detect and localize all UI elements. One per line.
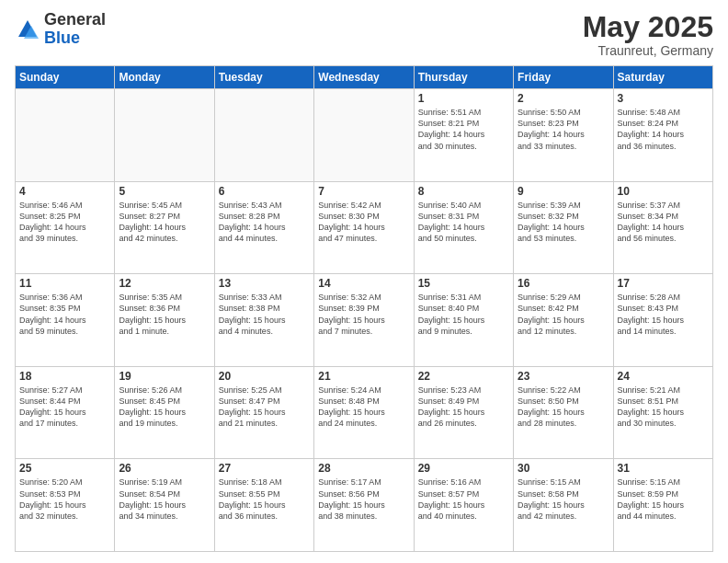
day-number: 16 <box>518 277 609 290</box>
day-info: Sunrise: 5:48 AM Sunset: 8:24 PM Dayligh… <box>618 107 709 152</box>
day-number: 20 <box>219 370 310 383</box>
day-number: 6 <box>219 185 310 198</box>
day-info: Sunrise: 5:16 AM Sunset: 8:57 PM Dayligh… <box>418 477 509 522</box>
day-info: Sunrise: 5:22 AM Sunset: 8:50 PM Dayligh… <box>518 385 609 430</box>
day-number: 23 <box>518 370 609 383</box>
calendar-cell: 17Sunrise: 5:28 AM Sunset: 8:43 PM Dayli… <box>613 274 712 367</box>
day-number: 1 <box>418 92 509 105</box>
calendar-header-wednesday: Wednesday <box>314 66 414 89</box>
calendar-cell: 18Sunrise: 5:27 AM Sunset: 8:44 PM Dayli… <box>16 366 115 459</box>
day-info: Sunrise: 5:15 AM Sunset: 8:58 PM Dayligh… <box>518 477 609 522</box>
day-number: 13 <box>219 277 310 290</box>
day-number: 31 <box>618 462 709 475</box>
day-info: Sunrise: 5:17 AM Sunset: 8:56 PM Dayligh… <box>318 477 409 522</box>
calendar-cell: 12Sunrise: 5:35 AM Sunset: 8:36 PM Dayli… <box>115 274 214 367</box>
page: General Blue May 2025 Traunreut, Germany… <box>0 0 728 563</box>
day-number: 5 <box>119 185 210 198</box>
day-info: Sunrise: 5:20 AM Sunset: 8:53 PM Dayligh… <box>19 477 110 522</box>
calendar-cell: 5Sunrise: 5:45 AM Sunset: 8:27 PM Daylig… <box>115 181 214 274</box>
day-number: 9 <box>518 185 609 198</box>
day-info: Sunrise: 5:26 AM Sunset: 8:45 PM Dayligh… <box>119 385 210 430</box>
day-number: 28 <box>318 462 409 475</box>
day-number: 29 <box>418 462 509 475</box>
day-info: Sunrise: 5:50 AM Sunset: 8:23 PM Dayligh… <box>518 107 609 152</box>
calendar-header-sunday: Sunday <box>16 66 115 89</box>
month-title: May 2025 <box>583 11 713 43</box>
day-info: Sunrise: 5:46 AM Sunset: 8:25 PM Dayligh… <box>19 200 110 245</box>
day-info: Sunrise: 5:33 AM Sunset: 8:38 PM Dayligh… <box>219 292 310 337</box>
day-info: Sunrise: 5:36 AM Sunset: 8:35 PM Dayligh… <box>19 292 110 337</box>
calendar-cell: 2Sunrise: 5:50 AM Sunset: 8:23 PM Daylig… <box>514 89 613 182</box>
calendar-cell <box>314 89 414 182</box>
logo-general: General <box>44 11 106 29</box>
day-info: Sunrise: 5:18 AM Sunset: 8:55 PM Dayligh… <box>219 477 310 522</box>
calendar-header-friday: Friday <box>514 66 613 89</box>
day-info: Sunrise: 5:19 AM Sunset: 8:54 PM Dayligh… <box>119 477 210 522</box>
calendar-header-row: SundayMondayTuesdayWednesdayThursdayFrid… <box>16 66 713 89</box>
day-number: 26 <box>119 462 210 475</box>
day-number: 21 <box>318 370 409 383</box>
day-number: 24 <box>618 370 709 383</box>
week-row-3: 11Sunrise: 5:36 AM Sunset: 8:35 PM Dayli… <box>16 274 713 367</box>
calendar-cell <box>16 89 115 182</box>
day-number: 15 <box>418 277 509 290</box>
calendar-cell: 26Sunrise: 5:19 AM Sunset: 8:54 PM Dayli… <box>115 459 214 552</box>
day-info: Sunrise: 5:42 AM Sunset: 8:30 PM Dayligh… <box>318 200 409 245</box>
day-info: Sunrise: 5:51 AM Sunset: 8:21 PM Dayligh… <box>418 107 509 152</box>
calendar-cell: 22Sunrise: 5:23 AM Sunset: 8:49 PM Dayli… <box>414 366 513 459</box>
calendar-cell: 11Sunrise: 5:36 AM Sunset: 8:35 PM Dayli… <box>16 274 115 367</box>
calendar-cell: 6Sunrise: 5:43 AM Sunset: 8:28 PM Daylig… <box>214 181 313 274</box>
calendar-cell <box>214 89 313 182</box>
header: General Blue May 2025 Traunreut, Germany <box>15 11 713 58</box>
day-info: Sunrise: 5:45 AM Sunset: 8:27 PM Dayligh… <box>119 200 210 245</box>
day-info: Sunrise: 5:43 AM Sunset: 8:28 PM Dayligh… <box>219 200 310 245</box>
logo: General Blue <box>15 11 106 48</box>
calendar-cell: 7Sunrise: 5:42 AM Sunset: 8:30 PM Daylig… <box>314 181 414 274</box>
calendar-cell: 25Sunrise: 5:20 AM Sunset: 8:53 PM Dayli… <box>16 459 115 552</box>
calendar-cell: 8Sunrise: 5:40 AM Sunset: 8:31 PM Daylig… <box>414 181 513 274</box>
day-number: 27 <box>219 462 310 475</box>
day-info: Sunrise: 5:21 AM Sunset: 8:51 PM Dayligh… <box>618 385 709 430</box>
calendar-cell: 1Sunrise: 5:51 AM Sunset: 8:21 PM Daylig… <box>414 89 513 182</box>
calendar-header-saturday: Saturday <box>613 66 712 89</box>
calendar-cell: 15Sunrise: 5:31 AM Sunset: 8:40 PM Dayli… <box>414 274 513 367</box>
day-info: Sunrise: 5:28 AM Sunset: 8:43 PM Dayligh… <box>618 292 709 337</box>
calendar-header-thursday: Thursday <box>414 66 513 89</box>
week-row-4: 18Sunrise: 5:27 AM Sunset: 8:44 PM Dayli… <box>16 366 713 459</box>
day-number: 25 <box>19 462 110 475</box>
day-info: Sunrise: 5:15 AM Sunset: 8:59 PM Dayligh… <box>618 477 709 522</box>
day-number: 19 <box>119 370 210 383</box>
calendar-cell: 10Sunrise: 5:37 AM Sunset: 8:34 PM Dayli… <box>613 181 712 274</box>
week-row-2: 4Sunrise: 5:46 AM Sunset: 8:25 PM Daylig… <box>16 181 713 274</box>
week-row-5: 25Sunrise: 5:20 AM Sunset: 8:53 PM Dayli… <box>16 459 713 552</box>
calendar-cell: 9Sunrise: 5:39 AM Sunset: 8:32 PM Daylig… <box>514 181 613 274</box>
calendar-cell: 14Sunrise: 5:32 AM Sunset: 8:39 PM Dayli… <box>314 274 414 367</box>
calendar-cell: 23Sunrise: 5:22 AM Sunset: 8:50 PM Dayli… <box>514 366 613 459</box>
calendar-cell: 16Sunrise: 5:29 AM Sunset: 8:42 PM Dayli… <box>514 274 613 367</box>
logo-blue: Blue <box>44 29 106 48</box>
day-number: 11 <box>19 277 110 290</box>
day-info: Sunrise: 5:35 AM Sunset: 8:36 PM Dayligh… <box>119 292 210 337</box>
title-block: May 2025 Traunreut, Germany <box>583 11 713 58</box>
logo-text: General Blue <box>44 11 106 48</box>
day-info: Sunrise: 5:23 AM Sunset: 8:49 PM Dayligh… <box>418 385 509 430</box>
calendar-cell: 28Sunrise: 5:17 AM Sunset: 8:56 PM Dayli… <box>314 459 414 552</box>
day-number: 12 <box>119 277 210 290</box>
day-info: Sunrise: 5:24 AM Sunset: 8:48 PM Dayligh… <box>318 385 409 430</box>
day-number: 7 <box>318 185 409 198</box>
day-info: Sunrise: 5:25 AM Sunset: 8:47 PM Dayligh… <box>219 385 310 430</box>
calendar-cell: 30Sunrise: 5:15 AM Sunset: 8:58 PM Dayli… <box>514 459 613 552</box>
calendar-cell <box>115 89 214 182</box>
calendar-cell: 31Sunrise: 5:15 AM Sunset: 8:59 PM Dayli… <box>613 459 712 552</box>
calendar-cell: 19Sunrise: 5:26 AM Sunset: 8:45 PM Dayli… <box>115 366 214 459</box>
day-info: Sunrise: 5:39 AM Sunset: 8:32 PM Dayligh… <box>518 200 609 245</box>
calendar-cell: 20Sunrise: 5:25 AM Sunset: 8:47 PM Dayli… <box>214 366 313 459</box>
day-info: Sunrise: 5:31 AM Sunset: 8:40 PM Dayligh… <box>418 292 509 337</box>
logo-icon <box>15 17 40 42</box>
day-info: Sunrise: 5:37 AM Sunset: 8:34 PM Dayligh… <box>618 200 709 245</box>
calendar-header-tuesday: Tuesday <box>214 66 313 89</box>
day-info: Sunrise: 5:27 AM Sunset: 8:44 PM Dayligh… <box>19 385 110 430</box>
day-info: Sunrise: 5:40 AM Sunset: 8:31 PM Dayligh… <box>418 200 509 245</box>
calendar-cell: 3Sunrise: 5:48 AM Sunset: 8:24 PM Daylig… <box>613 89 712 182</box>
day-info: Sunrise: 5:32 AM Sunset: 8:39 PM Dayligh… <box>318 292 409 337</box>
